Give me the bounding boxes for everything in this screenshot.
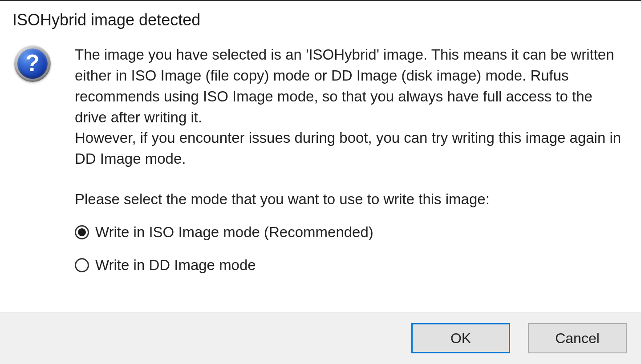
dialog-title: ISOHybrid image detected — [0, 1, 641, 29]
dialog-body: ? The image you have selected is an 'ISO… — [0, 29, 641, 312]
dialog-footer: OK Cancel — [0, 312, 641, 364]
message-paragraph-2: However, if you encounter issues during … — [75, 128, 627, 170]
dialog-icon-column: ? — [14, 44, 68, 312]
dialog-content: The image you have selected is an 'ISOHy… — [68, 44, 627, 312]
write-mode-radio-group: Write in ISO Image mode (Recommended) Wr… — [75, 224, 627, 274]
radio-indicator-dd — [75, 258, 89, 272]
radio-indicator-iso — [75, 225, 89, 239]
radio-option-dd[interactable]: Write in DD Image mode — [75, 257, 627, 274]
dialog-prompt: Please select the mode that you want to … — [75, 191, 627, 208]
question-icon: ? — [14, 45, 51, 82]
isohybrid-dialog: ISOHybrid image detected ? The image you… — [0, 0, 641, 364]
ok-button[interactable]: OK — [411, 323, 510, 353]
radio-label-iso: Write in ISO Image mode (Recommended) — [95, 224, 373, 241]
message-paragraph-1: The image you have selected is an 'ISOHy… — [75, 44, 627, 128]
radio-label-dd: Write in DD Image mode — [95, 257, 256, 274]
cancel-button[interactable]: Cancel — [528, 323, 627, 353]
dialog-message: The image you have selected is an 'ISOHy… — [75, 44, 627, 170]
radio-option-iso[interactable]: Write in ISO Image mode (Recommended) — [75, 224, 627, 241]
